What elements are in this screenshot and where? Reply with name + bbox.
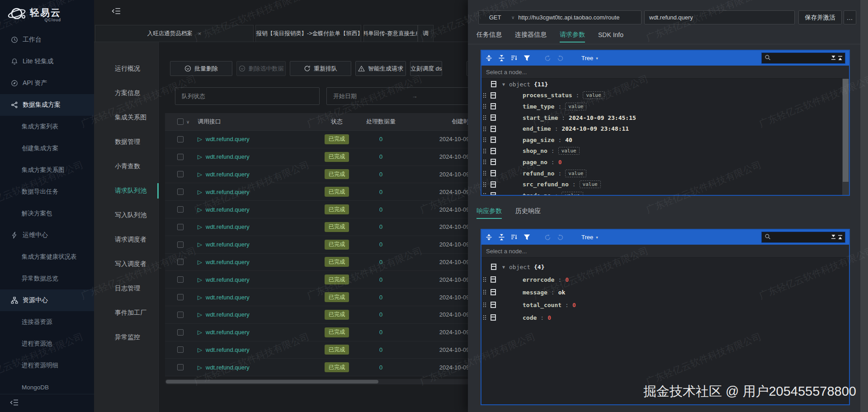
response-tab[interactable]: 历史响应: [515, 204, 541, 218]
subnav-item[interactable]: 异常监控: [94, 325, 158, 350]
tree-key[interactable]: refund_no: [523, 170, 554, 177]
sidebar-item[interactable]: Lite 轻集成: [0, 51, 94, 72]
drag-handle-icon[interactable]: [483, 104, 486, 109]
tree-row[interactable]: page_no : 0: [481, 156, 849, 168]
filter-icon[interactable]: [524, 55, 530, 62]
sidebar-item[interactable]: 数据导出任务: [0, 181, 94, 203]
row-checkbox[interactable]: [177, 276, 184, 283]
api-link[interactable]: ▷ wdt.refund.query: [192, 346, 316, 353]
tree-row[interactable]: total_count : 0: [481, 298, 849, 311]
sidebar-item[interactable]: 集成方案关系图: [0, 159, 94, 181]
tree-key[interactable]: page_size: [523, 137, 554, 143]
api-link[interactable]: ▷ wdt.refund.query: [192, 294, 316, 301]
select-all-checkbox[interactable]: [177, 118, 184, 125]
url-input[interactable]: http://hu3cgwt0tc.api.taobao.com/route: [518, 14, 619, 21]
row-checkbox[interactable]: [177, 224, 184, 230]
tree-key[interactable]: process_status: [523, 92, 572, 99]
scrollbar-thumb[interactable]: [843, 79, 849, 182]
jump-up-icon[interactable]: [838, 233, 843, 242]
row-checkbox[interactable]: [177, 171, 184, 177]
more-button[interactable]: …: [844, 10, 856, 24]
undo-icon[interactable]: [544, 234, 551, 241]
api-link[interactable]: ▷ wdt.refund.query: [192, 364, 316, 371]
panel-tab[interactable]: 任务信息: [476, 28, 502, 42]
toolbar-button[interactable]: 重新排队: [290, 61, 351, 76]
tree-row[interactable]: code : 0: [481, 311, 849, 324]
subnav-item[interactable]: 方案信息: [94, 81, 158, 105]
collapse-all-icon[interactable]: [498, 55, 505, 62]
subnav-item[interactable]: 运行概况: [94, 57, 158, 81]
response-tab[interactable]: 响应参数: [476, 204, 502, 218]
row-checkbox[interactable]: [177, 136, 184, 142]
chevron-down-icon[interactable]: ∨: [511, 15, 514, 20]
tree-key[interactable]: code: [523, 314, 537, 321]
tree-value[interactable]: 0: [565, 276, 569, 283]
row-checkbox[interactable]: [177, 312, 184, 318]
sidebar-item[interactable]: 进程资源明细: [0, 355, 94, 376]
drag-handle-icon[interactable]: [483, 159, 486, 165]
sidebar-item[interactable]: 创建集成方案: [0, 137, 94, 159]
tree-value[interactable]: value: [558, 147, 580, 155]
panel-tab[interactable]: 连接器信息: [515, 28, 547, 42]
toolbar-button[interactable]: 批量删除: [170, 61, 232, 76]
header-caret-icon[interactable]: ∨: [186, 119, 189, 124]
sidebar-item[interactable]: 进程资源池: [0, 333, 94, 355]
row-checkbox[interactable]: [177, 294, 184, 300]
tree-value[interactable]: ok: [558, 289, 566, 296]
sidebar-item[interactable]: 异常数据总览: [0, 268, 94, 289]
api-link[interactable]: ▷ wdt.refund.query: [192, 171, 316, 178]
node-select-bar[interactable]: Select a node...: [481, 66, 849, 79]
drag-handle-icon[interactable]: [483, 93, 486, 98]
drag-handle-icon[interactable]: [483, 115, 486, 120]
tree-key[interactable]: start_time: [523, 114, 558, 121]
row-checkbox[interactable]: [177, 364, 184, 370]
tree-key[interactable]: page_no: [523, 159, 547, 166]
tree-row[interactable]: message : ok: [481, 286, 849, 298]
horizontal-scrollbar[interactable]: [165, 379, 497, 384]
collapse-triangle-icon[interactable]: ▼: [502, 82, 505, 87]
subnav-item[interactable]: 小青查数: [94, 154, 158, 179]
collapse-submenu-icon[interactable]: [112, 7, 121, 17]
sidebar-item[interactable]: 集成方案健康状况表: [0, 246, 94, 268]
expand-all-icon[interactable]: [486, 55, 492, 62]
brand-logo[interactable]: 轻易云 QCloud: [0, 0, 94, 29]
subnav-item[interactable]: 事件加工厂: [94, 301, 158, 325]
tree-row[interactable]: end_time : 2024-10-09 23:48:11: [481, 123, 849, 134]
tree-value[interactable]: value: [565, 170, 586, 177]
expand-all-icon[interactable]: [486, 234, 492, 241]
undo-icon[interactable]: [544, 55, 551, 62]
api-link[interactable]: ▷ wdt.refund.query: [192, 153, 316, 160]
row-checkbox[interactable]: [177, 346, 184, 353]
save-activate-button[interactable]: 保存并激活: [798, 10, 842, 24]
tree-row[interactable]: time_type : value: [481, 101, 849, 112]
page-tab[interactable]: 入旺店通货品档案 ×: [95, 25, 254, 42]
tree-key[interactable]: total_count: [523, 302, 561, 308]
tree-value[interactable]: 0: [572, 302, 576, 308]
drag-handle-icon[interactable]: [483, 126, 486, 132]
tree-row[interactable]: shop_no : value: [481, 146, 849, 157]
page-scrollbar[interactable]: [860, 0, 868, 412]
close-icon[interactable]: ×: [198, 30, 202, 37]
tree-value[interactable]: value: [580, 180, 601, 188]
tree-search-input[interactable]: [761, 232, 845, 243]
jump-up-icon[interactable]: [838, 54, 843, 62]
jump-down-icon[interactable]: [831, 54, 836, 62]
subnav-item[interactable]: 集成关系图: [94, 105, 158, 130]
drag-handle-icon[interactable]: [483, 148, 486, 154]
api-name-input[interactable]: wdt.refund.query: [644, 10, 795, 24]
jump-down-icon[interactable]: [831, 233, 836, 242]
toolbar-button[interactable]: 智能生成请求: [355, 61, 406, 76]
row-checkbox[interactable]: [177, 206, 184, 213]
tree-scrollbar[interactable]: [842, 79, 849, 195]
api-link[interactable]: ▷ wdt.refund.query: [192, 189, 316, 195]
tree-key[interactable]: src_refund_no: [523, 181, 569, 188]
sidebar-item[interactable]: 连接器资源: [0, 311, 94, 333]
tree-key[interactable]: shop_no: [523, 147, 547, 154]
api-link[interactable]: ▷ wdt.refund.query: [192, 241, 316, 248]
subnav-item[interactable]: 请求调度者: [94, 227, 158, 252]
redo-icon[interactable]: [557, 234, 564, 241]
collapse-triangle-icon[interactable]: ▼: [502, 265, 505, 270]
tree-value[interactable]: value: [565, 103, 586, 110]
subnav-item[interactable]: 写入队列池: [94, 203, 158, 227]
drag-handle-icon[interactable]: [483, 302, 486, 308]
